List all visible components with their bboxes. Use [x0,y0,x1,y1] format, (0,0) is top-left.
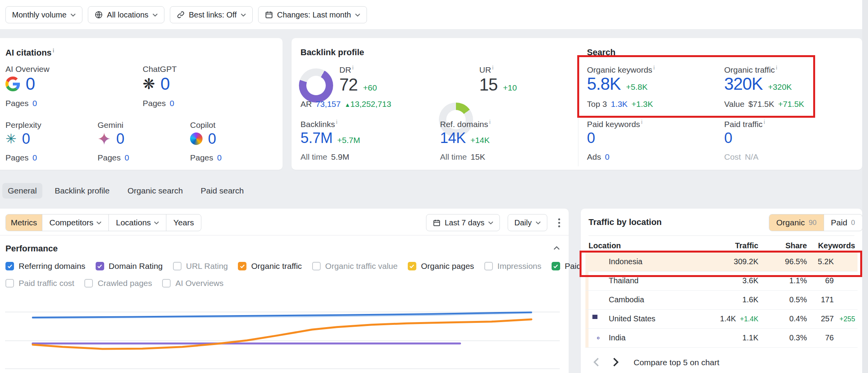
organic-keywords-value[interactable]: 5.8K [587,75,621,92]
keywords-cell[interactable]: 76 [791,333,834,342]
collapse-chevron-up-icon[interactable] [554,246,560,250]
top3-value[interactable]: 1.3K [611,99,627,109]
changes-dropdown[interactable]: Changes: Last month [258,6,367,23]
paid-traffic-value[interactable]: 0 [724,131,732,145]
ads-value[interactable]: 0 [605,152,610,162]
gemini-value[interactable]: 0 [116,131,124,146]
chevron-down-icon [96,221,101,225]
ref-domains-delta: +14K [470,136,490,145]
ur-delta: +10 [503,83,517,92]
metric-checkbox-impressions[interactable]: Impressions [484,261,541,271]
metric-checkbox-organic-pages[interactable]: Organic pages [408,261,474,271]
pagination-prev-chevron-left-icon[interactable] [592,357,600,367]
backlinks-value[interactable]: 5.7M [300,131,332,145]
traffic-cell: 1.4K +1.4K [682,314,758,323]
pagination-next-chevron-right-icon[interactable] [612,357,620,367]
keywords-cell[interactable]: 171 [791,295,834,304]
view-tab-locations[interactable]: Locations [109,214,166,231]
ref-domains-alltime-value: 15K [471,152,485,162]
tab-general[interactable]: General [2,183,42,199]
column-header-keywords[interactable]: Keywords [810,241,855,250]
location-row-cambodia[interactable]: Cambodia 1.6K 0.5% 171 [585,290,858,310]
chevron-down-icon [152,13,158,17]
info-icon[interactable]: i [641,119,643,125]
monthly-volume-label: Monthly volume [12,10,66,19]
top3-label: Top 3 [587,99,607,109]
column-header-location[interactable]: Location [589,241,621,250]
location-row-united-states[interactable]: United States 1.4K +1.4K 0.4% 257 +255 [585,309,858,329]
chatgpt-pages-value[interactable]: 0 [170,99,175,108]
monthly-volume-dropdown[interactable]: Monthly volume [5,6,82,23]
tab-paid-search[interactable]: Paid search [195,183,249,199]
metric-checkbox-organic-traffic-value[interactable]: Organic traffic value [312,261,398,271]
view-tab-metrics[interactable]: Metrics [6,214,42,231]
metric-checkbox-ai-overviews[interactable]: AI Overviews [162,279,224,288]
info-icon[interactable]: i [489,119,491,125]
location-row-india[interactable]: India 1.1K 0.3% 76 [585,328,858,348]
info-icon[interactable]: i [492,64,493,71]
view-tab-competitors[interactable]: Competitors [42,214,109,231]
metric-checkbox-url-rating[interactable]: URL Rating [173,261,228,271]
granularity-dropdown[interactable]: Daily [508,214,547,231]
section-divider [578,58,578,166]
pages-label: Pages [143,99,166,108]
copilot-label: Copilot [190,120,215,130]
page-scrollbar[interactable] [862,0,868,373]
info-icon[interactable]: i [336,119,337,125]
toggle-paid[interactable]: Paid0 [824,214,862,231]
performance-panel: Metrics Competitors Locations Years Last… [0,209,569,373]
more-options-kebab-icon[interactable] [555,214,563,231]
info-icon[interactable]: i [53,47,54,54]
metric-checkbox-domain-rating[interactable]: Domain Rating [96,261,163,271]
metric-toggles-row-1: Referring domains Domain Rating URL Rati… [5,261,603,271]
info-icon[interactable]: i [352,64,353,71]
copilot-value[interactable]: 0 [208,131,216,146]
metric-checkbox-paid-traffic-cost[interactable]: Paid traffic cost [5,279,74,288]
view-tab-years[interactable]: Years [166,214,201,231]
chevron-down-icon [488,221,493,225]
gemini-pages-value[interactable]: 0 [125,153,129,162]
chevron-down-icon [241,13,246,17]
ai-overview-label: AI Overview [5,64,49,74]
ref-domains-value[interactable]: 14K [440,131,466,145]
ai-overview-pages-value[interactable]: 0 [33,99,37,108]
report-tabs: General Backlink profile Organic search … [2,183,249,199]
column-header-share[interactable]: Share [763,241,807,250]
chatgpt-value[interactable]: 0 [161,75,169,92]
organic-traffic-value[interactable]: 320K [724,75,763,92]
metric-checkbox-organic-traffic[interactable]: Organic traffic [238,261,302,271]
keywords-cell[interactable]: 257 [791,314,834,323]
perplexity-value[interactable]: 0 [22,131,30,146]
tab-backlink-profile[interactable]: Backlink profile [49,183,115,199]
location-row-thailand[interactable]: Thailand 3.6K 1.1% 69 [585,271,858,291]
ar-value[interactable]: 73,157 [316,99,341,109]
paid-keywords-value[interactable]: 0 [587,131,595,145]
keywords-cell[interactable]: 69 [791,276,834,285]
toggle-organic[interactable]: Organic90 [769,214,824,231]
compare-top-5-link[interactable]: Compare top 5 on chart [634,358,720,367]
best-links-dropdown[interactable]: Best links: Off [170,6,253,23]
traffic-by-location-panel: Traffic by location Organic90 Paid0 Loca… [581,209,862,373]
location-row-indonesia[interactable]: Indonesia 309.2K 96.5% 5.2K [585,252,858,272]
top3-delta: +1.3K [632,99,653,109]
checkbox-unchecked-icon [312,262,321,270]
info-icon[interactable]: i [653,64,655,71]
ai-overview-value[interactable]: 0 [26,75,35,92]
gemini-label: Gemini [98,120,124,130]
tab-organic-search[interactable]: Organic search [122,183,188,199]
paid-traffic-label: Paid traffici [724,119,765,129]
metric-checkbox-referring-domains[interactable]: Referring domains [5,261,86,271]
copilot-pages-value[interactable]: 0 [217,153,222,162]
keywords-cell[interactable]: 5.2K [791,257,834,266]
column-header-traffic[interactable]: Traffic [697,241,758,250]
info-icon[interactable]: i [764,119,765,125]
location-name: Cambodia [609,295,644,304]
copilot-icon [190,132,203,145]
perplexity-pages-value[interactable]: 0 [33,153,37,162]
metric-checkbox-crawled-pages[interactable]: Crawled pages [84,279,152,288]
locations-dropdown[interactable]: All locations [88,6,164,23]
date-range-dropdown[interactable]: Last 7 days [426,214,500,231]
traffic-cell: 1.1K [682,333,758,342]
pages-label: Pages [98,153,121,162]
info-icon[interactable]: i [776,64,777,71]
